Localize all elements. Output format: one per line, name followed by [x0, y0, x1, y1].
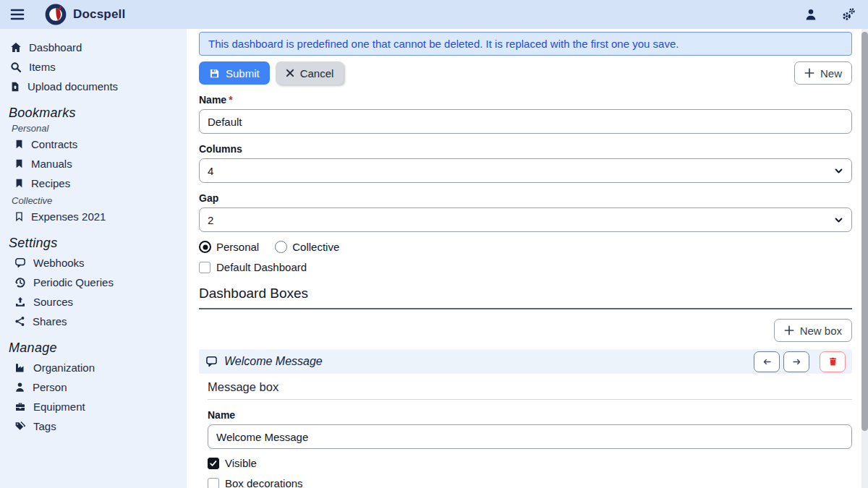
- scrollbar-thumb[interactable]: [861, 32, 868, 431]
- sidebar-item-label: Items: [29, 61, 56, 73]
- sidebar-item-label: Upload documents: [27, 80, 118, 93]
- name-label: Name*: [199, 94, 852, 106]
- sidebar-item-label: Equipment: [33, 401, 85, 413]
- hamburger-icon: [10, 7, 25, 22]
- sidebar-heading-bookmarks: Bookmarks: [9, 106, 182, 121]
- dashboard-box-welcome-message: Welcome Message Message box Name Visible: [199, 349, 852, 488]
- sidebar-item-label: Webhooks: [33, 257, 85, 269]
- delete-box-button[interactable]: [820, 351, 846, 372]
- box-body: Message box Name Visible Box decorations…: [199, 374, 852, 488]
- sidebar-item-items[interactable]: Items: [9, 57, 182, 77]
- submit-button[interactable]: Submit: [199, 61, 270, 85]
- sidebar-item-upload-documents[interactable]: Upload documents: [9, 77, 182, 96]
- menu-toggle-button[interactable]: [10, 4, 35, 25]
- new-box-button[interactable]: New box: [774, 319, 852, 342]
- sidebar-bookmark-contracts[interactable]: Contracts: [9, 134, 182, 154]
- comment-icon: [205, 356, 218, 367]
- equipment-icon: [14, 401, 26, 412]
- box-name-input[interactable]: [208, 424, 852, 449]
- move-box-right-button[interactable]: [783, 351, 809, 372]
- user-menu-button[interactable]: [801, 5, 820, 24]
- gap-select[interactable]: 2: [199, 207, 852, 232]
- scope-radio-personal[interactable]: Personal: [199, 241, 259, 253]
- required-asterisk: *: [229, 94, 232, 106]
- sidebar: Dasbhoard Items Upload documents Bookmar…: [0, 29, 187, 488]
- app-logo[interactable]: Docspell: [45, 4, 125, 25]
- bookmark-label: Recipes: [31, 177, 70, 189]
- sidebar-item-person[interactable]: Person: [9, 377, 182, 397]
- sidebar-bookmark-manuals[interactable]: Manuals: [9, 154, 182, 174]
- arrow-right-icon: [791, 357, 802, 367]
- sidebar-item-periodic-queries[interactable]: Periodic Queries: [9, 273, 182, 292]
- bookmark-icon: [14, 158, 24, 169]
- columns-label: Columns: [199, 143, 852, 155]
- submit-label: Submit: [226, 67, 260, 80]
- scope-personal-label: Personal: [216, 241, 259, 253]
- box-title: Welcome Message: [224, 355, 323, 368]
- sidebar-item-label: Organization: [33, 361, 95, 374]
- box-name-label: Name: [208, 409, 852, 421]
- search-icon: [10, 61, 22, 73]
- app-title: Docspell: [73, 7, 125, 22]
- vertical-scrollbar[interactable]: [861, 29, 868, 488]
- checkbox-icon: [208, 478, 219, 488]
- predefined-dashboard-notice: This dashboard is predefined one that ca…: [199, 32, 852, 56]
- arrow-left-icon: [762, 357, 773, 367]
- sidebar-item-shares[interactable]: Shares: [9, 312, 182, 331]
- new-label: New: [820, 67, 842, 80]
- tags-icon: [14, 421, 26, 432]
- sidebar-item-label: Sources: [33, 296, 73, 308]
- move-box-left-button[interactable]: [754, 351, 780, 372]
- scope-radio-collective[interactable]: Collective: [275, 241, 339, 253]
- gap-value: 2: [208, 214, 213, 226]
- trash-icon: [828, 356, 838, 367]
- visible-label: Visible: [225, 457, 257, 469]
- bookmark-label: Expenses 2021: [31, 210, 106, 223]
- save-icon: [209, 68, 220, 79]
- columns-select[interactable]: 4: [199, 158, 852, 183]
- sidebar-bookmark-recipes[interactable]: Recipes: [9, 174, 182, 193]
- dashboard-boxes-heading: Dashboard Boxes: [199, 286, 852, 309]
- new-box-label: New box: [800, 325, 842, 337]
- box-decorations-checkbox[interactable]: Box decorations: [208, 477, 852, 488]
- scope-collective-label: Collective: [292, 241, 339, 253]
- sidebar-item-equipment[interactable]: Equipment: [9, 397, 182, 416]
- sidebar-item-label: Dasbhoard: [29, 41, 82, 53]
- default-dashboard-label: Default Dashboard: [216, 261, 307, 273]
- plus-icon: [804, 68, 814, 78]
- history-icon: [14, 277, 26, 288]
- bookmark-outline-icon: [14, 211, 24, 222]
- box-decorations-label: Box decorations: [225, 477, 303, 488]
- home-icon: [10, 42, 22, 53]
- user-icon: [804, 8, 817, 21]
- name-input[interactable]: [199, 109, 852, 134]
- comment-icon: [14, 257, 26, 268]
- cancel-button[interactable]: Cancel: [276, 61, 344, 85]
- industry-icon: [14, 362, 26, 373]
- bookmark-icon: [14, 139, 24, 150]
- sidebar-bookmark-expenses-2021[interactable]: Expenses 2021: [9, 207, 182, 226]
- person-icon: [14, 382, 25, 393]
- sidebar-item-label: Person: [33, 381, 67, 393]
- bookmarks-collective-label: Collective: [12, 195, 182, 206]
- sidebar-item-tags[interactable]: Tags: [9, 416, 182, 436]
- sidebar-item-sources[interactable]: Sources: [9, 292, 182, 312]
- radio-unchecked-icon: [275, 241, 287, 253]
- main-content: This dashboard is predefined one that ca…: [187, 29, 861, 488]
- sidebar-heading-settings: Settings: [9, 236, 182, 251]
- visible-checkbox[interactable]: Visible: [208, 457, 852, 469]
- sidebar-item-webhooks[interactable]: Webhooks: [9, 253, 182, 273]
- checkbox-checked-icon: [208, 458, 219, 469]
- default-dashboard-checkbox[interactable]: Default Dashboard: [199, 261, 852, 273]
- columns-value: 4: [208, 165, 213, 177]
- bookmark-label: Contracts: [31, 138, 77, 150]
- sidebar-item-label: Shares: [33, 315, 67, 328]
- chevron-down-icon: [834, 215, 843, 225]
- sidebar-item-organization[interactable]: Organization: [9, 358, 182, 377]
- share-nodes-icon: [14, 316, 25, 327]
- settings-menu-button[interactable]: [839, 5, 858, 24]
- box-header: Welcome Message: [199, 349, 852, 374]
- new-dashboard-button[interactable]: New: [794, 61, 852, 85]
- docspell-logo-icon: [45, 4, 67, 25]
- sidebar-item-dashboard[interactable]: Dasbhoard: [9, 38, 182, 57]
